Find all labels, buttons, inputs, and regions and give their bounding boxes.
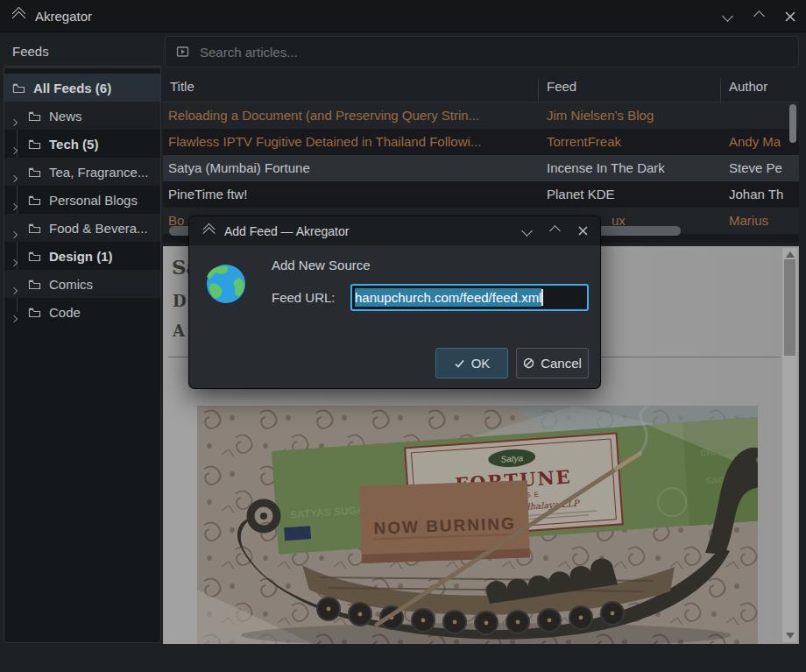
check-icon bbox=[454, 358, 465, 369]
article-scrollbar-thumb[interactable] bbox=[784, 259, 795, 356]
article-photo-incense: SATYAS SUGANDHAL CHAMPA SAGADA Satya FOR… bbox=[197, 406, 758, 644]
window-titlebar: Akregator bbox=[0, 0, 806, 32]
close-icon[interactable] bbox=[576, 224, 590, 238]
sidebar-item-news[interactable]: News bbox=[4, 102, 160, 130]
folder-icon bbox=[28, 223, 41, 234]
feed-url-label: Feed URL: bbox=[272, 290, 336, 305]
article-row[interactable]: Flawless IPTV Fugitive Detained in Thail… bbox=[163, 129, 799, 155]
folder-icon bbox=[28, 166, 41, 178]
maximize-icon[interactable] bbox=[548, 224, 562, 238]
article-date-fragment: D bbox=[173, 292, 187, 310]
column-header-feed[interactable]: Feed bbox=[547, 79, 576, 94]
expander-icon[interactable] bbox=[11, 309, 17, 324]
sidebar-item-tech[interactable]: Tech (5) bbox=[4, 130, 160, 158]
article-row[interactable]: PineTime ftw! Planet KDE Johan Th bbox=[163, 181, 799, 208]
minimize-icon[interactable] bbox=[720, 10, 734, 24]
column-header-title[interactable]: Title bbox=[170, 79, 194, 94]
feed-url-input[interactable]: hanupchurch.com/feed/feed.xml bbox=[350, 284, 589, 311]
expander-icon[interactable] bbox=[11, 141, 17, 156]
folder-icon bbox=[28, 110, 41, 122]
dialog-title: Add Feed — Akregator bbox=[224, 224, 349, 238]
article-scrollbar[interactable] bbox=[782, 248, 797, 642]
expander-icon[interactable] bbox=[11, 197, 17, 212]
feed-tree: All Feeds (6) News Tech (5) Tea, Fragran… bbox=[4, 67, 161, 643]
maximize-icon[interactable] bbox=[752, 10, 766, 24]
window-title: Akregator bbox=[35, 9, 92, 24]
article-list-header: Title Feed Author bbox=[163, 72, 799, 103]
close-icon[interactable] bbox=[783, 10, 797, 24]
dialog-titlebar: Add Feed — Akregator bbox=[189, 216, 600, 245]
add-feed-dialog: Add Feed — Akregator Add New Source Feed… bbox=[189, 216, 600, 388]
sidebar-item-code[interactable]: Code bbox=[4, 298, 160, 326]
akregator-app-icon bbox=[202, 224, 216, 237]
minimize-icon[interactable] bbox=[520, 224, 534, 238]
folder-icon bbox=[28, 138, 41, 150]
column-header-author[interactable]: Author bbox=[729, 79, 767, 94]
sidebar-item-all-feeds[interactable]: All Feeds (6) bbox=[4, 74, 160, 102]
sidebar-item-personal-blogs[interactable]: Personal Blogs bbox=[4, 186, 160, 214]
sidebar-item-comics[interactable]: Comics bbox=[4, 270, 160, 298]
article-row[interactable]: Reloading a Document (and Preserving Que… bbox=[163, 103, 799, 129]
sidebar-item-tea-fragrance[interactable]: Tea, Fragrance... bbox=[4, 158, 160, 186]
folder-icon bbox=[28, 195, 41, 206]
folder-icon bbox=[12, 82, 25, 94]
akregator-window: Akregator Feeds All Feeds (6) News Tech … bbox=[0, 0, 806, 672]
dialog-heading: Add New Source bbox=[272, 258, 371, 272]
expander-icon[interactable] bbox=[11, 253, 17, 268]
text-caret bbox=[541, 289, 543, 306]
cancel-slash-icon bbox=[523, 357, 534, 369]
expander-icon[interactable] bbox=[11, 169, 17, 184]
filter-icon bbox=[176, 46, 189, 58]
list-vertical-scrollbar[interactable] bbox=[789, 104, 796, 143]
sidebar-item-design[interactable]: Design (1) bbox=[4, 242, 160, 270]
search-input[interactable]: Search articles... bbox=[165, 36, 799, 67]
folder-icon bbox=[28, 307, 41, 318]
scroll-up-icon[interactable] bbox=[786, 251, 795, 258]
article-row-selected[interactable]: Satya (Mumbai) Fortune Incense In The Da… bbox=[163, 155, 799, 181]
cancel-button[interactable]: Cancel bbox=[516, 348, 589, 378]
akregator-app-icon bbox=[11, 9, 27, 23]
expander-icon[interactable] bbox=[11, 225, 17, 240]
article-author-fragment: A bbox=[173, 322, 185, 340]
feed-url-value: hanupchurch.com/feed/feed.xml bbox=[355, 288, 541, 307]
feeds-pane-header: Feeds bbox=[4, 36, 161, 67]
scroll-down-icon[interactable] bbox=[786, 633, 795, 639]
folder-icon bbox=[28, 251, 41, 262]
sidebar-item-food-beverage[interactable]: Food & Bevera... bbox=[4, 214, 160, 242]
expander-icon[interactable] bbox=[11, 113, 17, 128]
search-placeholder: Search articles... bbox=[200, 45, 298, 60]
expander-icon[interactable] bbox=[11, 281, 17, 296]
ok-button[interactable]: OK bbox=[435, 348, 508, 378]
globe-icon bbox=[204, 262, 248, 306]
folder-icon bbox=[28, 279, 41, 290]
